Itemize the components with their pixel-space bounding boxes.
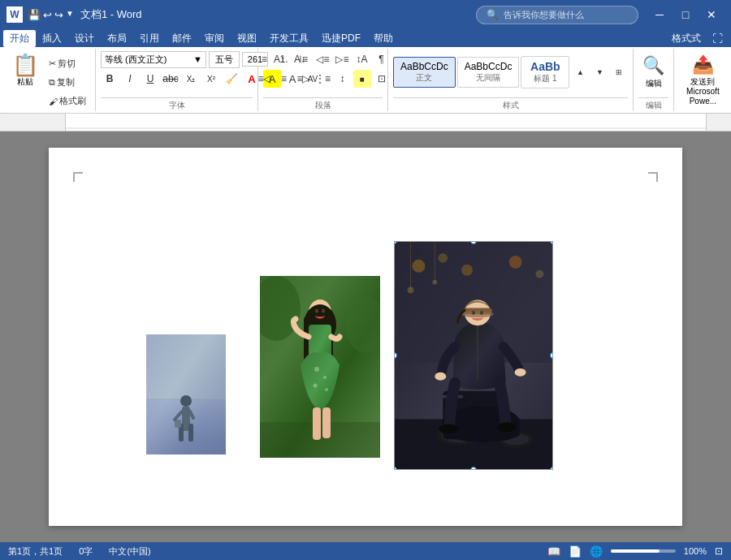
numbering-button[interactable]: 1. [275,50,293,68]
newgroup: 📤 发送到 Microsoft Powe... 新建组 [674,49,731,111]
zoom-fit-icon[interactable]: ⊡ [715,545,723,557]
find-label: 编辑 [646,78,662,89]
read-mode-icon[interactable]: 📖 [547,545,560,558]
redo-icon[interactable]: ↪ [54,9,63,21]
svg-rect-25 [313,407,321,440]
menu-item-reference[interactable]: 引用 [133,30,166,47]
web-layout-icon[interactable]: 🌐 [590,545,603,558]
svg-point-34 [509,256,522,269]
corner-marker-tl [73,172,83,182]
decrease-indent-button[interactable]: ◁≡ [314,50,332,68]
styles-group: AaBbCcDc 正文 AaBbCcDc 无间隔 AaBb 标题 1 ▲ ▼ ⊞… [388,49,634,111]
style-heading1[interactable]: AaBb 标题 1 [521,56,569,88]
style-normal[interactable]: AaBbCcDc 正文 [393,57,456,88]
save-icon[interactable]: 💾 [28,9,41,21]
svg-point-27 [315,309,318,313]
format-painter-button[interactable]: 🖌 格式刷 [45,93,90,110]
justify-button[interactable]: ⋮≡ [314,70,332,88]
styles-scroll-down[interactable]: ▼ [590,65,608,80]
menu-item-mail[interactable]: 邮件 [166,30,198,47]
corner-marker-tr [648,172,658,182]
image-1[interactable] [146,334,226,454]
style-nospace[interactable]: AaBbCcDc 无间隔 [457,57,520,88]
bold-button[interactable]: B [101,70,119,88]
font-size-dropdown[interactable]: 五号 [209,51,240,68]
paste-icon: 📋 [12,54,38,75]
send-icon: 📤 [692,54,714,75]
print-layout-icon[interactable]: 📄 [569,545,582,558]
status-right: 📖 📄 🌐 100% ⊡ [547,545,723,558]
menu-item-start[interactable]: 开始 [3,30,36,47]
bullets-button[interactable]: ≡ [256,50,274,68]
menu-item-layout[interactable]: 布局 [101,30,133,47]
multilevel-button[interactable]: ⁞≡ [295,50,313,68]
minimize-button[interactable]: ─ [647,3,673,26]
align-left-button[interactable]: ≡◁ [256,70,274,88]
app-icon: W [6,6,23,23]
send-button[interactable]: 📤 发送到 Microsoft Powe... [679,50,726,110]
paste-button[interactable]: 📋 粘贴 [8,52,42,90]
window-controls: ─ □ ✕ [647,3,725,26]
svg-point-51 [480,311,483,315]
search-icon: 🔍 [487,9,499,20]
copy-icon: ⧉ [49,77,55,88]
subscript-button[interactable]: X₂ [182,70,200,88]
ruler: // Tick marks drawn inline [0,114,731,131]
search-box[interactable]: 🔍 告诉我你想要做什么 [476,6,638,24]
svg-point-53 [435,373,446,381]
align-center-button[interactable]: ≡ [275,70,293,88]
copy-button[interactable]: ⧉ 复制 [45,74,90,91]
menu-item-insert[interactable]: 插入 [36,30,68,47]
sort-button[interactable]: ↕A [353,50,371,68]
svg-point-32 [438,253,448,263]
zoom-percent[interactable]: 100% [684,546,707,556]
font-name-value: 等线 (西文正文) [105,54,167,66]
menu-bar: 开始 插入 设计 布局 引用 邮件 审阅 视图 开发工具 迅捷PDF 帮助 格式… [0,29,731,47]
superscript-button[interactable]: X² [202,70,220,88]
undo-icon[interactable]: ↩ [43,9,52,21]
align-right-button[interactable]: ≡▷ [295,70,313,88]
font-group: 等线 (西文正文) ▼ 五号 261 A↑ A↓ B I U abc X₂ X²… [96,49,258,111]
font-name-dropdown[interactable]: 等线 (西文正文) ▼ [101,51,206,68]
cut-icon: ✂ [49,58,56,69]
menu-item-design[interactable]: 设计 [68,30,101,47]
find-button[interactable]: 🔍 编辑 [634,51,674,93]
menu-expand-icon[interactable]: ⛶ [707,31,728,46]
line-spacing-button[interactable]: ↕ [334,70,352,88]
menu-item-review[interactable]: 审阅 [198,30,231,47]
document-title: 文档1 - Word [80,7,476,22]
find-icon: 🔍 [642,55,664,76]
zoom-slider[interactable] [611,549,676,553]
search-placeholder: 告诉我你想要做什么 [504,9,584,21]
style-heading1-sample: AaBb [528,60,562,73]
menu-item-devtools[interactable]: 开发工具 [263,30,315,47]
svg-point-50 [472,311,475,315]
menu-item-view[interactable]: 视图 [231,30,263,47]
style-nospace-label: 无间隔 [465,72,513,84]
underline-button[interactable]: U [141,70,159,88]
svg-point-23 [314,384,318,388]
cut-button[interactable]: ✂ 剪切 [45,55,90,72]
clear-format-button[interactable]: 🧹 [223,70,240,88]
clipboard-group: 📋 粘贴 ✂ 剪切 ⧉ 复制 🖌 格式刷 剪贴板 [3,49,96,111]
customize-qa-icon[interactable]: ▼ [66,9,74,21]
close-button[interactable]: ✕ [699,3,725,26]
image-3-selected[interactable] [394,241,553,470]
styles-expand[interactable]: ⊞ [610,63,628,81]
quick-access-toolbar: 💾 ↩ ↪ ▼ [28,9,74,21]
shading-button[interactable]: ■ [353,70,371,88]
styles-scroll-up[interactable]: ▲ [571,65,589,80]
maximize-button[interactable]: □ [673,3,699,26]
style-heading1-label: 标题 1 [528,73,562,84]
menu-item-help[interactable]: 帮助 [367,30,400,47]
editing-group: 🔍 编辑 编辑 [634,49,674,111]
strikethrough-button[interactable]: abc [162,70,180,88]
image-2[interactable] [260,276,380,458]
italic-button[interactable]: I [121,70,139,88]
document-page[interactable] [49,148,682,526]
menu-item-quickpdf[interactable]: 迅捷PDF [315,30,367,47]
svg-point-21 [314,367,319,372]
menu-item-format[interactable]: 格式式 [665,30,707,47]
increase-indent-button[interactable]: ▷≡ [334,50,352,68]
style-normal-sample: AaBbCcDc [400,61,448,72]
